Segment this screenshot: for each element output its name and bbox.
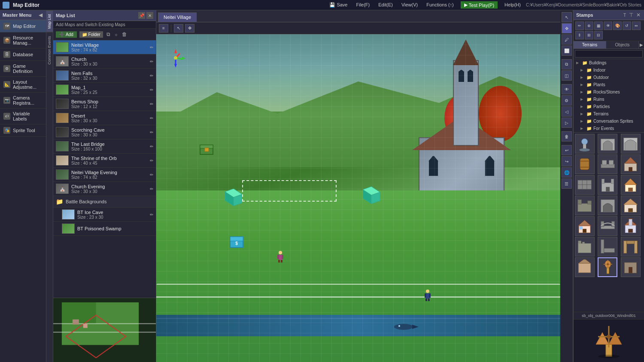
stamp-ruin1[interactable] xyxy=(575,196,595,215)
stamp-house1[interactable] xyxy=(621,154,641,174)
copy-icon-button[interactable]: ⧉ xyxy=(106,30,111,38)
map-item-shrine-orb[interactable]: The Shrine of the Orb Size : 40 x 45 ✏ xyxy=(53,154,156,168)
menu-file[interactable]: File(F) xyxy=(354,1,371,9)
edit-pencil-icon[interactable]: ✏ xyxy=(150,87,153,92)
edit-pencil-icon[interactable]: ✏ xyxy=(150,158,153,163)
stamp-stone-wall[interactable] xyxy=(575,175,595,195)
tree-item-ruins[interactable]: ▶ 📁 Ruins xyxy=(574,96,644,103)
tool-eye-btn[interactable]: 👁 xyxy=(562,84,572,94)
folder-battle-backgrounds[interactable]: 📁 Battle Backgrounds xyxy=(53,196,156,208)
tab-neitei-village[interactable]: Neitei Village xyxy=(158,12,197,22)
stamps-pin2-btn[interactable]: ⊤ xyxy=(628,12,634,18)
edit-pencil-icon[interactable]: ✏ xyxy=(150,45,153,50)
menu-save[interactable]: 💾 Save xyxy=(328,1,349,9)
stamp-arch2[interactable] xyxy=(621,134,641,154)
menu-help[interactable]: Help(H) xyxy=(503,1,522,9)
sidebar-item-camera[interactable]: 📷 Camera Registra... xyxy=(0,93,46,109)
tool-stamp-btn[interactable]: ⬜ xyxy=(562,45,572,56)
tool-arrow-left-btn[interactable]: ◁ xyxy=(562,106,572,117)
stamp-eye-btn[interactable]: 👁 xyxy=(604,21,612,30)
stamps-expand-btn[interactable]: ▶ xyxy=(639,41,644,48)
stamp-fountain[interactable] xyxy=(575,134,595,154)
stamps-close-btn[interactable]: ✕ xyxy=(635,12,641,18)
sidebar-item-variable-labels[interactable]: 🏷 Variable Labels xyxy=(0,109,46,124)
tool-undo-btn[interactable]: ↩ xyxy=(562,145,572,155)
master-menu-toggle[interactable]: ◀ xyxy=(38,12,43,18)
tool-globe-btn[interactable]: 🌐 xyxy=(562,167,572,178)
toolbar-move-btn[interactable]: ✥ xyxy=(185,24,194,33)
stamp-barrel[interactable] xyxy=(575,154,595,174)
edit-pencil-icon[interactable]: ✏ xyxy=(150,73,153,78)
add-map-button[interactable]: ➕ Add xyxy=(56,31,77,38)
map-panel-close[interactable]: ✕ xyxy=(146,12,153,19)
add-folder-button[interactable]: 📁 Folder xyxy=(79,31,103,38)
stamp-windmill[interactable] xyxy=(598,257,617,277)
edit-pencil-icon[interactable]: ✏ xyxy=(150,59,153,64)
tree-item-indoor[interactable]: ▶ 📁 Indoor xyxy=(574,66,644,74)
tree-item-for-events[interactable]: ▶ 📁 For Events xyxy=(574,125,644,132)
tab-terrains[interactable]: Terrains xyxy=(574,41,606,48)
edit-pencil-icon[interactable]: ✏ xyxy=(150,172,153,177)
menu-functions[interactable]: Functions (↑) xyxy=(425,1,456,9)
stamp-snap-btn[interactable]: ⊟ xyxy=(594,31,603,39)
tool-terrain-btn[interactable]: 🖊 xyxy=(562,34,572,45)
stamp-church-stamp[interactable] xyxy=(621,216,641,236)
stamp-platform[interactable] xyxy=(598,154,617,174)
tool-cursor-btn[interactable]: ↖ xyxy=(562,12,572,22)
stamp-arch3[interactable] xyxy=(598,196,617,215)
stamp-grid-btn[interactable]: ⊞ xyxy=(585,31,593,39)
tree-item-conversation-sprites[interactable]: ▶ 📁 Conversation Sprites xyxy=(574,118,644,125)
map-canvas-area[interactable]: $ xyxy=(156,34,560,362)
stamp-pencil-btn[interactable]: ✏ xyxy=(575,21,584,30)
test-play-button[interactable]: ▶Test Play(P) xyxy=(461,1,498,9)
paste-icon-button[interactable]: ⬦ xyxy=(114,30,118,38)
stamps-pin-btn[interactable]: T xyxy=(623,12,627,18)
tool-config-btn[interactable]: ⚙ xyxy=(562,95,572,106)
map-item-map1[interactable]: Map_1 Size : 25 x 25 ✏ xyxy=(53,83,156,97)
stamp-bridge[interactable] xyxy=(598,216,617,236)
map-item-bemus-shop[interactable]: Bemus Shop Size : 12 x 12 ✏ xyxy=(53,97,156,111)
tab-map-list[interactable]: Map List xyxy=(46,10,53,32)
map-item-church[interactable]: ⛪ Church Size : 30 x 30 ✏ xyxy=(53,54,156,69)
edit-pencil-icon[interactable]: ✏ xyxy=(150,187,153,191)
stamp-rotate-btn[interactable]: ↺ xyxy=(623,21,631,30)
toolbar-cursor-btn[interactable]: ↖ xyxy=(174,24,183,33)
sidebar-item-database[interactable]: 🗄 Database xyxy=(0,48,46,61)
map-item-neitei-evening[interactable]: Neitei Village Evening Size : 74 x 82 ✏ xyxy=(53,168,156,182)
stamp-ruin2[interactable] xyxy=(575,237,595,256)
sidebar-item-game-definition[interactable]: ⚙ Game Definition xyxy=(0,61,46,77)
stamp-flipv-btn[interactable]: ⇕ xyxy=(575,31,584,39)
tree-item-particles[interactable]: ▶ 📁 Particles xyxy=(574,103,644,110)
map-item-desert[interactable]: Desert Size : 30 x 30 ✏ xyxy=(53,111,156,125)
stamps-search-input[interactable] xyxy=(575,50,643,57)
map-item-nem-falls[interactable]: Nem Falls Size : 32 x 30 ✏ xyxy=(53,69,156,83)
tool-arrow-right-btn[interactable]: ▷ xyxy=(562,118,572,128)
map-item-neitei-village[interactable]: Neitei Village Size : 74 x 82 ✏ xyxy=(53,40,156,54)
stamp-castle[interactable] xyxy=(598,175,617,195)
stamp-move-btn[interactable]: ⊕ xyxy=(585,21,593,30)
stamp-house3[interactable] xyxy=(621,196,641,215)
menu-edit[interactable]: Edit(E) xyxy=(377,1,395,9)
menu-view[interactable]: View(V) xyxy=(400,1,419,9)
stamp-select-btn[interactable]: ▦ xyxy=(594,21,603,30)
stamp-house2[interactable] xyxy=(621,175,641,195)
sidebar-item-resource-manage[interactable]: 📦 Resource Manag... xyxy=(0,33,46,48)
stamp-wall-l[interactable] xyxy=(598,237,617,256)
stamp-arch1[interactable] xyxy=(598,134,617,154)
tool-layer-btn[interactable]: ⧉ xyxy=(562,59,572,69)
edit-pencil-icon[interactable]: ✏ xyxy=(150,116,153,121)
stamp-gate[interactable] xyxy=(621,237,641,256)
map-item-bt-ice-cave[interactable]: BT Ice Cave Size : 23 x 30 ✏ xyxy=(53,208,156,222)
stamp-item1[interactable] xyxy=(575,257,595,277)
tab-common-events[interactable]: Common Events xyxy=(46,32,53,68)
tree-item-buildings[interactable]: ▶ 📁 Buildings xyxy=(574,59,644,66)
map-item-church-evening[interactable]: ⛪ Church Evening Size : 30 x 30 ✏ xyxy=(53,182,156,196)
tool-settings-btn[interactable]: ☰ xyxy=(562,178,572,189)
edit-pencil-icon[interactable]: ✏ xyxy=(150,102,153,106)
sidebar-item-sprite-tool[interactable]: 🎭 Sprite Tool xyxy=(0,124,46,137)
map-item-last-bridge[interactable]: The Last Bridge Size : 160 x 100 ✏ xyxy=(53,139,156,154)
tab-objects[interactable]: Objects xyxy=(606,41,639,48)
map-item-scorching-cave[interactable]: Scorching Cave Size : 30 x 30 ✏ xyxy=(53,125,156,139)
tree-item-terrains[interactable]: ▶ 📁 Terrains xyxy=(574,110,644,118)
edit-pencil-icon[interactable]: ✏ xyxy=(150,130,153,135)
